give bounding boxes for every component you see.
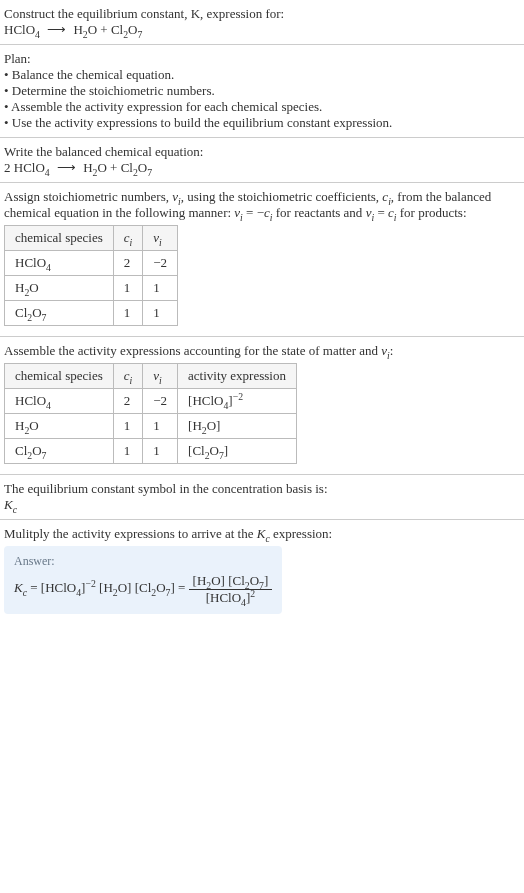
stoich-table: chemical species ci νi HClO4 2 −2 H2O 1 … (4, 225, 178, 326)
sp: Cl (15, 443, 27, 458)
n: ] (264, 573, 268, 588)
answer-expression: Kc = [HClO4]−2 [H2O] [Cl2O7] = [H2O] [Cl… (14, 573, 272, 606)
product-1a: H (83, 160, 92, 175)
text: : (390, 343, 394, 358)
cell-activity: [Cl2O7] (178, 439, 297, 464)
rel: = (374, 205, 388, 220)
cell-activity: [H2O] (178, 414, 297, 439)
intro-line1: Construct the equilibrium constant, K, e… (4, 6, 520, 22)
text: for reactants and (273, 205, 366, 220)
table-row: HClO4 2 −2 (5, 251, 178, 276)
plan-item: • Use the activity expressions to build … (4, 115, 520, 131)
sup: 2 (250, 588, 255, 599)
arrow-icon: ⟶ (43, 22, 70, 38)
text: expression: (270, 526, 332, 541)
plan-item: • Balance the chemical equation. (4, 67, 520, 83)
multiply-text: Mulitply the activity expressions to arr… (4, 526, 520, 542)
plan-item: • Assemble the activity expression for e… (4, 99, 520, 115)
sp: HClO (15, 393, 46, 408)
plan-header: Plan: (4, 51, 520, 67)
sub: 7 (137, 29, 142, 40)
d: [HClO (206, 590, 241, 605)
product-1b: O + Cl (88, 22, 124, 37)
sub: i (130, 237, 133, 248)
cell-nui: −2 (143, 389, 178, 414)
col-nui: νi (143, 226, 178, 251)
balanced-equation: 2 HClO4 ⟶ H2O + Cl2O7 (4, 160, 520, 176)
text: Assemble the activity expressions accoun… (4, 343, 381, 358)
plan-item: • Determine the stoichiometric numbers. (4, 83, 520, 99)
sub: 4 (46, 400, 51, 411)
sp: O (32, 443, 41, 458)
sub: i (159, 375, 162, 386)
intro-equation: HClO4 ⟶ H2O + Cl2O7 (4, 22, 520, 38)
sp: Cl (15, 305, 27, 320)
table-row: HClO4 2 −2 [HClO4]−2 (5, 389, 297, 414)
arrow-icon: ⟶ (53, 160, 80, 176)
text: , using the stoichiometric coefficients, (181, 189, 383, 204)
sp: O (32, 305, 41, 320)
cell-ci: 2 (113, 389, 143, 414)
plan-section: Plan: • Balance the chemical equation. •… (0, 45, 524, 138)
rel: = − (243, 205, 264, 220)
cell-nui: 1 (143, 276, 178, 301)
coef: 2 (4, 160, 14, 175)
stoich-section: Assign stoichiometric numbers, νi, using… (0, 183, 524, 337)
term: O] [Cl (118, 580, 152, 595)
sp: H (15, 418, 24, 433)
reactant-1: HClO (4, 22, 35, 37)
col-ci: ci (113, 364, 143, 389)
act: O (210, 443, 219, 458)
cell-species: H2O (5, 414, 114, 439)
symbol-section: The equilibrium constant symbol in the c… (0, 475, 524, 520)
col-ci: ci (113, 226, 143, 251)
sp: O (29, 418, 38, 433)
numerator: [H2O] [Cl2O7] (189, 573, 273, 590)
n: O] [Cl (211, 573, 245, 588)
cell-ci: 2 (113, 251, 143, 276)
term: [H (96, 580, 113, 595)
table-row: Cl2O7 1 1 [Cl2O7] (5, 439, 297, 464)
sub: 7 (147, 167, 152, 178)
n: [H (193, 573, 207, 588)
cell-ci: 1 (113, 276, 143, 301)
sub: 4 (45, 167, 50, 178)
n: O (250, 573, 259, 588)
stoich-text: Assign stoichiometric numbers, νi, using… (4, 189, 520, 221)
cell-activity: [HClO4]−2 (178, 389, 297, 414)
sp: O (29, 280, 38, 295)
cell-species: HClO4 (5, 389, 114, 414)
symbol-k: Kc (4, 497, 520, 513)
cell-nui: 1 (143, 414, 178, 439)
table-row: H2O 1 1 (5, 276, 178, 301)
sub: 4 (35, 29, 40, 40)
act: O] (207, 418, 221, 433)
cell-species: HClO4 (5, 251, 114, 276)
col-nui: νi (143, 364, 178, 389)
balanced-section: Write the balanced chemical equation: 2 … (0, 138, 524, 183)
cell-nui: 1 (143, 301, 178, 326)
product-1a: H (73, 22, 82, 37)
product-1c: O (138, 160, 147, 175)
col-species: chemical species (5, 364, 114, 389)
eq: = (27, 580, 41, 595)
table-row: Cl2O7 1 1 (5, 301, 178, 326)
cell-ci: 1 (113, 301, 143, 326)
answer-label: Answer: (14, 554, 272, 569)
activity-text: Assemble the activity expressions accoun… (4, 343, 520, 359)
col-activity: activity expression (178, 364, 297, 389)
sp: HClO (15, 255, 46, 270)
table-header-row: chemical species ci νi activity expressi… (5, 364, 297, 389)
sub: i (159, 237, 162, 248)
sup: −2 (85, 578, 95, 589)
cell-nui: −2 (143, 251, 178, 276)
symbol-text: The equilibrium constant symbol in the c… (4, 481, 520, 497)
fraction: [H2O] [Cl2O7][HClO4]2 (189, 573, 273, 606)
activity-section: Assemble the activity expressions accoun… (0, 337, 524, 475)
sub: 4 (46, 262, 51, 273)
reactant-1: HClO (14, 160, 45, 175)
balanced-header: Write the balanced chemical equation: (4, 144, 520, 160)
sub: 7 (42, 450, 47, 461)
act: [Cl (188, 443, 205, 458)
k: K (4, 497, 13, 512)
